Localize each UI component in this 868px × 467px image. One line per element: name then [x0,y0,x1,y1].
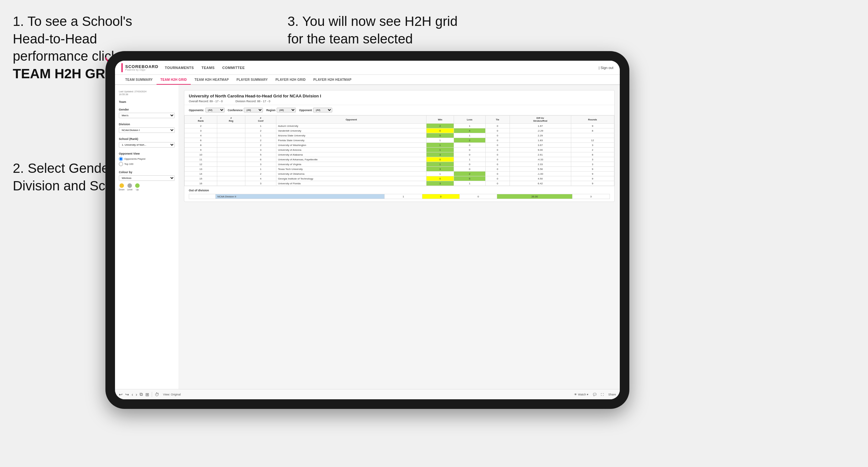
col-win: Win [427,116,454,124]
bottom-toolbar: ↩ ↪ ‹ › ⧉ ⊞ ⏱ View: Original 👁 Watch ▾ 💬… [115,389,620,399]
school-section: School (Rank) 1. University of Nort... [119,137,175,148]
nav-fwd-button[interactable]: › [136,392,137,397]
col-opponent: Opponent [276,116,427,124]
nav-back-button[interactable]: ‹ [132,392,133,397]
table-row: 13 1 Texas Tech University 3 0 0 5.56 9 [185,167,614,172]
colour-down: Down [119,183,125,191]
logo-text: SCOREBOARD [125,64,158,69]
region-filter-label: Region [266,108,275,112]
subnav: TEAM SUMMARY TEAM H2H GRID TEAM H2H HEAT… [115,75,620,85]
table-row: 8 2 University of Washington 1 0 0 3.67 … [185,143,614,148]
clock-button[interactable]: ⏱ [155,392,159,397]
left-panel: Last Updated: 27/03/202416:55:38 Team Ge… [115,85,179,389]
table-row: 2 1 Auburn University 2 1 0 1.67 9 [185,124,614,128]
radio-top100[interactable]: Top 100 [119,162,175,166]
opponent-filter-select[interactable]: (All) [313,107,332,113]
main-content: Last Updated: 27/03/202416:55:38 Team Ge… [115,85,620,389]
subnav-team-summary[interactable]: TEAM SUMMARY [121,75,157,85]
level-label: Level [127,188,132,191]
toolbar-divider [152,392,152,397]
opponents-filter-label: Opponents: [189,108,204,112]
subnav-player-h2h-grid[interactable]: PLAYER H2H GRID [272,75,310,85]
toolbar-right: 👁 Watch ▾ 💬 ⛶ Share [574,393,616,396]
school-select[interactable]: 1. University of Nort... [119,142,175,148]
team-section: Team [119,100,175,103]
subnav-team-h2h-grid[interactable]: TEAM H2H GRID [157,75,191,85]
grid-header: University of North Carolina Head-to-Hea… [184,90,614,105]
col-loss: Loss [454,116,485,124]
col-rounds: Rounds [571,116,614,124]
level-dot [127,183,132,188]
col-conf: #Conf [245,116,276,124]
opponent-view-radios: Opponents Played Top 100 [119,157,175,166]
out-division-name: NCAA Division II [216,194,385,199]
filter-row: Opponents: (All) Conference (All) [184,105,614,115]
opponent-view-label: Opponent View [119,152,175,155]
copy-button[interactable]: ⧉ [140,392,143,397]
subnav-player-h2h-heatmap[interactable]: PLAYER H2H HEATMAP [310,75,355,85]
h2h-table: #Rank #Reg #Conf Opponent Win Loss Tie D… [184,115,614,186]
table-header-row: #Rank #Reg #Conf Opponent Win Loss Tie D… [185,116,614,124]
radio-opponents-played[interactable]: Opponents Played [119,157,175,161]
table-row: 11 6 University of Arkansas, Fayettevill… [185,157,614,162]
up-dot [135,183,140,188]
comment-button[interactable]: 💬 [593,393,596,396]
colour-select[interactable]: Win/loss [119,175,175,181]
logo-area: SCOREBOARD Powered by clippi [121,63,158,72]
opponents-filter-select[interactable]: (All) [206,107,225,113]
colour-label: Colour by [119,170,175,174]
out-of-division-title: Out of division [189,189,610,192]
colour-up: Up [135,183,140,191]
paste-button[interactable]: ⊞ [145,392,149,397]
table-row: 9 3 University of Arizona 1 0 0 9.00 2 [185,148,614,152]
logo-bar [121,63,123,72]
view-label: View: Original [163,393,181,396]
down-label: Down [119,188,125,191]
annotation-3-text: 3. You will now see H2H grid for the tea… [287,14,458,46]
division-record: Division Record: 88 - 17 - 0 [236,100,270,103]
down-dot [120,183,124,188]
nav-sign-out[interactable]: | Sign out [599,66,613,70]
table-row: 15 4 Georgia Institute of Technology 0 5… [185,176,614,181]
conference-filter-select[interactable]: (All) [244,107,263,113]
out-of-division-table: NCAA Division II 1 0 0 26.00 3 [189,194,610,199]
nav-tournaments[interactable]: TOURNAMENTS [165,66,194,70]
share-button[interactable]: Share [608,393,616,396]
conference-filter-label: Conference [228,108,243,112]
out-division-rounds: 3 [572,194,610,199]
nav-committee[interactable]: COMMITTEE [222,66,245,70]
table-row: 4 1 Arizona State University 5 1 0 2.29 [185,133,614,138]
opponent-view-section: Opponent View Opponents Played Top 100 [119,152,175,166]
redo-button[interactable]: ↪ [125,392,129,397]
fullscreen-button[interactable]: ⛶ [601,393,604,396]
division-select[interactable]: NCAA Division I NCAA Division II NCAA Di… [119,127,175,133]
table-row: 14 2 University of Oklahoma 1 2 0 -1.00 … [185,172,614,176]
timestamp: Last Updated: 27/03/202416:55:38 [119,90,175,96]
gender-select[interactable]: Men's Women's [119,113,175,118]
col-tie: Tie [486,116,509,124]
grid-title: University of North Carolina Head-to-Hea… [189,94,610,98]
grid-area: University of North Carolina Head-to-Hea… [179,85,620,389]
colour-section: Colour by Win/loss Down Level [119,170,175,191]
region-filter-select[interactable]: (All) [277,107,296,113]
nav-links: TOURNAMENTS TEAMS COMMITTEE [165,66,245,70]
timestamp-section: Last Updated: 27/03/202416:55:38 [119,90,175,96]
grid-container: University of North Carolina Head-to-Hea… [184,90,615,202]
division-section: Division NCAA Division I NCAA Division I… [119,123,175,133]
table-row: 10 5 University of Alabama 3 0 0 2.61 8 [185,152,614,157]
col-rank: #Rank [185,116,217,124]
table-row: 12 3 University of Virginia 1 0 0 2.33 3 [185,162,614,167]
subnav-player-summary[interactable]: PLAYER SUMMARY [232,75,272,85]
watch-button[interactable]: 👁 Watch ▾ [574,393,588,396]
school-label: School (Rank) [119,137,175,141]
logo-sub: Powered by clippi [125,69,158,71]
gender-section: Gender Men's Women's [119,108,175,118]
tablet-frame: SCOREBOARD Powered by clippi TOURNAMENTS… [105,51,629,409]
overall-record: Overall Record: 89 - 17 - 0 [189,100,223,103]
nav-teams[interactable]: TEAMS [202,66,215,70]
annotation-3: 3. You will now see H2H grid for the tea… [287,13,466,48]
undo-button[interactable]: ↩ [119,392,123,397]
out-division-loss: 0 [422,194,459,199]
colour-level: Level [127,183,132,191]
subnav-team-h2h-heatmap[interactable]: TEAM H2H HEATMAP [191,75,232,85]
